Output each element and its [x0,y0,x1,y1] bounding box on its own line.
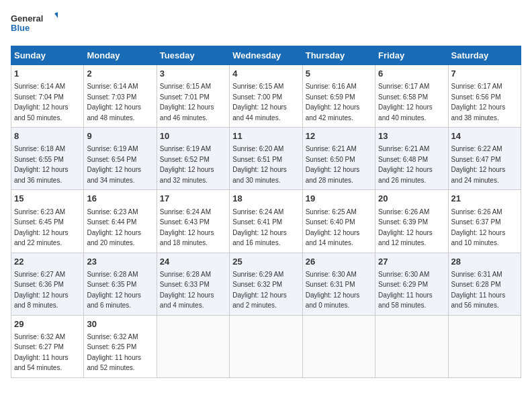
day-number: 14 [451,130,518,142]
calendar-day-cell: 11 Sunrise: 6:20 AMSunset: 6:51 PMDaylig… [230,128,302,190]
calendar-day-cell [302,315,375,377]
calendar-day-cell: 14 Sunrise: 6:22 AMSunset: 6:47 PMDaylig… [448,128,521,190]
day-detail: Sunrise: 6:16 AMSunset: 6:59 PMDaylight:… [306,83,360,122]
day-number: 12 [306,130,372,142]
day-detail: Sunrise: 6:28 AMSunset: 6:35 PMDaylight:… [87,271,141,310]
calendar-day-cell: 7 Sunrise: 6:17 AMSunset: 6:56 PMDayligh… [448,65,521,128]
day-number: 18 [232,193,299,205]
calendar-day-cell: 13 Sunrise: 6:21 AMSunset: 6:48 PMDaylig… [375,128,448,190]
calendar-day-cell: 22 Sunrise: 6:27 AMSunset: 6:36 PMDaylig… [11,253,84,315]
calendar-day-cell: 25 Sunrise: 6:29 AMSunset: 6:32 PMDaylig… [230,253,302,315]
calendar-day-cell: 4 Sunrise: 6:15 AMSunset: 7:00 PMDayligh… [230,65,302,128]
day-detail: Sunrise: 6:32 AMSunset: 6:25 PMDaylight:… [87,333,141,372]
svg-text:Blue: Blue [11,23,30,33]
calendar-day-cell: 28 Sunrise: 6:31 AMSunset: 6:28 PMDaylig… [448,253,521,315]
day-detail: Sunrise: 6:20 AMSunset: 6:51 PMDaylight:… [232,145,287,184]
day-of-week-header: Saturday [448,46,521,65]
calendar-day-cell [157,315,229,377]
day-number: 17 [160,193,226,205]
day-detail: Sunrise: 6:26 AMSunset: 6:39 PMDaylight:… [378,208,433,247]
calendar-day-cell [375,315,448,377]
day-detail: Sunrise: 6:28 AMSunset: 6:33 PMDaylight:… [160,271,214,310]
calendar-day-cell: 2 Sunrise: 6:14 AMSunset: 7:03 PMDayligh… [84,65,157,128]
day-detail: Sunrise: 6:19 AMSunset: 6:52 PMDaylight:… [160,145,214,184]
day-number: 25 [232,256,299,268]
day-detail: Sunrise: 6:27 AMSunset: 6:36 PMDaylight:… [14,271,69,310]
calendar-day-cell [448,315,521,377]
day-of-week-header: Wednesday [230,46,302,65]
day-number: 5 [306,68,372,80]
calendar-week-row: 8 Sunrise: 6:18 AMSunset: 6:55 PMDayligh… [11,128,521,190]
day-number: 29 [14,318,81,330]
day-number: 2 [87,68,153,80]
day-detail: Sunrise: 6:23 AMSunset: 6:45 PMDaylight:… [14,208,69,247]
day-number: 10 [160,130,226,142]
day-of-week-header: Thursday [302,46,375,65]
day-detail: Sunrise: 6:22 AMSunset: 6:47 PMDaylight:… [451,145,506,184]
logo: General Blue [11,11,58,38]
day-number: 26 [306,256,372,268]
day-detail: Sunrise: 6:26 AMSunset: 6:37 PMDaylight:… [451,208,506,247]
day-number: 13 [378,130,445,142]
calendar-day-cell: 23 Sunrise: 6:28 AMSunset: 6:35 PMDaylig… [84,253,157,315]
day-of-week-header: Friday [375,46,448,65]
day-detail: Sunrise: 6:29 AMSunset: 6:32 PMDaylight:… [232,271,287,310]
day-number: 7 [451,68,518,80]
day-number: 3 [160,68,226,80]
calendar-day-cell: 6 Sunrise: 6:17 AMSunset: 6:58 PMDayligh… [375,65,448,128]
day-number: 6 [378,68,445,80]
day-detail: Sunrise: 6:25 AMSunset: 6:40 PMDaylight:… [306,208,360,247]
calendar-day-cell: 27 Sunrise: 6:30 AMSunset: 6:29 PMDaylig… [375,253,448,315]
day-detail: Sunrise: 6:19 AMSunset: 6:54 PMDaylight:… [87,145,141,184]
day-detail: Sunrise: 6:15 AMSunset: 7:00 PMDaylight:… [232,83,287,122]
day-detail: Sunrise: 6:32 AMSunset: 6:27 PMDaylight:… [14,333,69,372]
calendar-day-cell: 16 Sunrise: 6:23 AMSunset: 6:44 PMDaylig… [84,190,157,253]
day-number: 4 [232,68,299,80]
day-detail: Sunrise: 6:15 AMSunset: 7:01 PMDaylight:… [160,83,214,122]
calendar-week-row: 1 Sunrise: 6:14 AMSunset: 7:04 PMDayligh… [11,65,521,128]
calendar-week-row: 22 Sunrise: 6:27 AMSunset: 6:36 PMDaylig… [11,253,521,315]
calendar-day-cell: 8 Sunrise: 6:18 AMSunset: 6:55 PMDayligh… [11,128,84,190]
calendar-day-cell: 20 Sunrise: 6:26 AMSunset: 6:39 PMDaylig… [375,190,448,253]
day-number: 28 [451,256,518,268]
day-number: 1 [14,68,81,80]
day-number: 22 [14,256,81,268]
calendar-day-cell: 26 Sunrise: 6:30 AMSunset: 6:31 PMDaylig… [302,253,375,315]
day-of-week-header: Monday [84,46,157,65]
calendar-week-row: 15 Sunrise: 6:23 AMSunset: 6:45 PMDaylig… [11,190,521,253]
day-number: 19 [306,193,372,205]
svg-text:General: General [11,13,43,24]
calendar-day-cell: 17 Sunrise: 6:24 AMSunset: 6:43 PMDaylig… [157,190,229,253]
day-detail: Sunrise: 6:24 AMSunset: 6:43 PMDaylight:… [160,208,214,247]
day-number: 8 [14,130,81,142]
calendar-day-cell: 15 Sunrise: 6:23 AMSunset: 6:45 PMDaylig… [11,190,84,253]
day-number: 21 [451,193,518,205]
calendar-day-cell: 1 Sunrise: 6:14 AMSunset: 7:04 PMDayligh… [11,65,84,128]
day-number: 9 [87,130,153,142]
day-number: 11 [232,130,299,142]
calendar-day-cell: 19 Sunrise: 6:25 AMSunset: 6:40 PMDaylig… [302,190,375,253]
calendar-week-row: 29 Sunrise: 6:32 AMSunset: 6:27 PMDaylig… [11,315,521,377]
calendar-day-cell: 21 Sunrise: 6:26 AMSunset: 6:37 PMDaylig… [448,190,521,253]
day-detail: Sunrise: 6:30 AMSunset: 6:31 PMDaylight:… [306,271,360,310]
day-of-week-header: Sunday [11,46,84,65]
calendar-day-cell: 9 Sunrise: 6:19 AMSunset: 6:54 PMDayligh… [84,128,157,190]
day-detail: Sunrise: 6:14 AMSunset: 7:03 PMDaylight:… [87,83,141,122]
day-detail: Sunrise: 6:18 AMSunset: 6:55 PMDaylight:… [14,145,69,184]
day-number: 20 [378,193,445,205]
day-number: 16 [87,193,153,205]
header: General Blue [11,11,521,38]
day-detail: Sunrise: 6:21 AMSunset: 6:50 PMDaylight:… [306,145,360,184]
calendar-day-cell [230,315,302,377]
calendar-day-cell: 5 Sunrise: 6:16 AMSunset: 6:59 PMDayligh… [302,65,375,128]
day-number: 30 [87,318,153,330]
calendar-day-cell: 29 Sunrise: 6:32 AMSunset: 6:27 PMDaylig… [11,315,84,377]
day-detail: Sunrise: 6:24 AMSunset: 6:41 PMDaylight:… [232,208,287,247]
day-detail: Sunrise: 6:14 AMSunset: 7:04 PMDaylight:… [14,83,69,122]
calendar-day-cell: 3 Sunrise: 6:15 AMSunset: 7:01 PMDayligh… [157,65,229,128]
svg-marker-2 [54,11,58,19]
logo-svg: General Blue [11,11,58,38]
day-number: 23 [87,256,153,268]
calendar-table: SundayMondayTuesdayWednesdayThursdayFrid… [11,46,521,378]
day-detail: Sunrise: 6:21 AMSunset: 6:48 PMDaylight:… [378,145,433,184]
